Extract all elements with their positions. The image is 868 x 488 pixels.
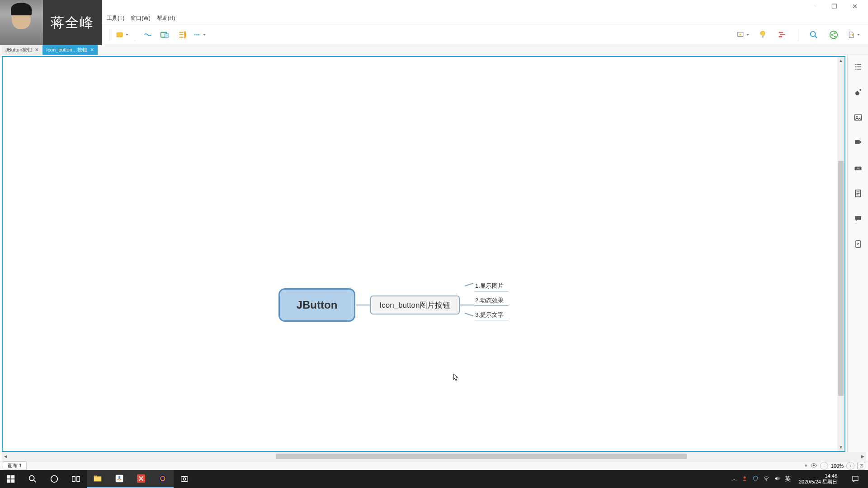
svg-rect-8 <box>762 35 764 38</box>
svg-point-44 <box>159 475 167 483</box>
mindmap-connector <box>356 305 370 305</box>
notes-icon[interactable] <box>852 187 864 200</box>
menu-help[interactable]: 帮助(H) <box>157 14 175 22</box>
menubar: 修改(M) 工具(T) 窗口(W) 帮助(H) <box>0 13 868 24</box>
share-icon[interactable] <box>827 28 840 41</box>
tray-time: 14:46 <box>799 473 837 479</box>
relationship-icon[interactable] <box>142 28 154 41</box>
scroll-left-icon[interactable]: ◀ <box>2 454 9 459</box>
tab-inactive[interactable]: JButton按钮 ✕ <box>2 45 42 55</box>
close-icon[interactable]: ✕ <box>90 47 94 53</box>
svg-rect-9 <box>779 32 783 33</box>
canvas[interactable]: JButton Icon_button图片按钮 1.显示图片 2.动态效果 3.… <box>2 56 845 452</box>
close-icon[interactable]: ✕ <box>35 47 39 53</box>
marker-icon[interactable] <box>852 136 864 149</box>
svg-point-5 <box>198 34 199 35</box>
tab-active[interactable]: Icon_button…按钮 ✕ <box>42 45 98 55</box>
iconset-icon[interactable]: Aa <box>852 162 864 174</box>
taskbar-app-1[interactable] <box>108 470 130 488</box>
svg-point-20 <box>856 116 857 117</box>
svg-rect-40 <box>94 476 97 478</box>
export-dropdown[interactable] <box>847 28 860 41</box>
webcam-overlay: 蒋全峰 <box>0 0 102 45</box>
mindmap-root-node[interactable]: JButton <box>278 288 355 322</box>
menu-tools[interactable]: 工具(T) <box>107 14 124 22</box>
scrollbar-thumb[interactable] <box>276 454 687 459</box>
filter-icon[interactable]: ▾ <box>805 463 807 469</box>
taskview-button[interactable] <box>65 470 87 488</box>
search-icon[interactable] <box>807 28 820 41</box>
menu-window[interactable]: 窗口(W) <box>131 14 150 22</box>
scroll-up-icon[interactable]: ▲ <box>837 57 844 64</box>
tray-app-icon[interactable] <box>741 475 748 483</box>
tray-wifi-icon[interactable] <box>763 475 769 483</box>
more-dropdown[interactable] <box>193 28 206 41</box>
horizontal-scrollbar[interactable]: ◀ ▶ <box>2 452 866 461</box>
zoom-in-button[interactable]: + <box>846 462 854 470</box>
mindmap-leaf-node[interactable]: 1.显示图片 <box>474 282 509 291</box>
svg-rect-18 <box>859 89 861 91</box>
vertical-scrollbar[interactable]: ▲ ▼ <box>837 57 844 451</box>
presentation-dropdown[interactable] <box>736 28 749 41</box>
style-dropdown[interactable] <box>116 28 128 41</box>
mouse-cursor <box>453 373 458 381</box>
svg-point-48 <box>744 476 746 479</box>
notifications-button[interactable] <box>845 470 865 488</box>
zoom-out-button[interactable]: − <box>820 462 828 470</box>
tray-volume-icon[interactable] <box>774 475 780 483</box>
svg-rect-31 <box>11 475 14 479</box>
mindmap-leaf-node[interactable]: 3.提示文字 <box>474 311 509 320</box>
gantt-icon[interactable] <box>776 28 789 41</box>
task-icon[interactable] <box>852 238 864 250</box>
image-icon[interactable] <box>852 111 864 124</box>
tray-chevron-icon[interactable]: ︿ <box>732 476 737 483</box>
svg-text:Aa: Aa <box>856 167 860 170</box>
taskbar-app-2[interactable] <box>174 470 195 488</box>
svg-rect-2 <box>165 33 169 38</box>
svg-rect-50 <box>853 476 858 481</box>
toolbar-separator <box>798 29 798 41</box>
svg-point-34 <box>29 476 34 481</box>
svg-rect-11 <box>779 36 782 37</box>
boundary-icon[interactable] <box>159 28 171 41</box>
summary-icon[interactable] <box>176 28 189 41</box>
svg-rect-30 <box>7 475 10 479</box>
minimize-button[interactable]: — <box>803 0 824 13</box>
svg-rect-32 <box>7 479 10 483</box>
outline-icon[interactable] <box>852 61 864 73</box>
svg-line-35 <box>34 480 36 483</box>
start-button[interactable] <box>0 470 22 488</box>
visibility-icon[interactable] <box>810 462 817 470</box>
zoom-value[interactable]: 100% <box>831 463 844 469</box>
taskbar-explorer[interactable] <box>87 470 108 488</box>
svg-point-47 <box>183 478 186 480</box>
taskbar-xmind[interactable] <box>130 470 152 488</box>
cortana-button[interactable] <box>43 470 65 488</box>
sheet-tab[interactable]: 画布 1 <box>3 461 27 470</box>
scroll-down-icon[interactable]: ▼ <box>837 444 844 451</box>
mindmap-leaf-node[interactable]: 2.动态效果 <box>474 296 509 306</box>
tray-security-icon[interactable] <box>752 475 759 483</box>
scrollbar-thumb[interactable] <box>838 161 844 396</box>
taskbar-eclipse[interactable] <box>152 470 174 488</box>
svg-marker-7 <box>740 33 741 35</box>
maximize-button[interactable]: ❐ <box>824 0 844 13</box>
svg-rect-38 <box>77 477 80 482</box>
workspace: JButton Icon_button图片按钮 1.显示图片 2.动态效果 3.… <box>0 55 868 452</box>
system-tray: ︿ 英 14:46 2020/5/24 星期日 <box>732 470 868 488</box>
comments-icon[interactable] <box>852 212 864 225</box>
format-icon[interactable] <box>852 86 864 99</box>
toolbar-separator <box>135 29 135 41</box>
tray-clock[interactable]: 14:46 2020/5/24 星期日 <box>795 473 841 485</box>
scroll-right-icon[interactable]: ▶ <box>859 454 866 459</box>
svg-point-24 <box>856 218 857 219</box>
tray-ime[interactable]: 英 <box>785 475 791 483</box>
brainstorm-icon[interactable] <box>756 28 769 41</box>
svg-point-12 <box>811 31 816 36</box>
svg-rect-33 <box>11 479 14 483</box>
search-button[interactable] <box>22 470 43 488</box>
fit-button[interactable]: ⊡ <box>857 462 865 470</box>
mindmap-child-node[interactable]: Icon_button图片按钮 <box>370 296 460 314</box>
tab-label: JButton按钮 <box>5 47 32 53</box>
close-button[interactable]: ✕ <box>844 0 865 13</box>
